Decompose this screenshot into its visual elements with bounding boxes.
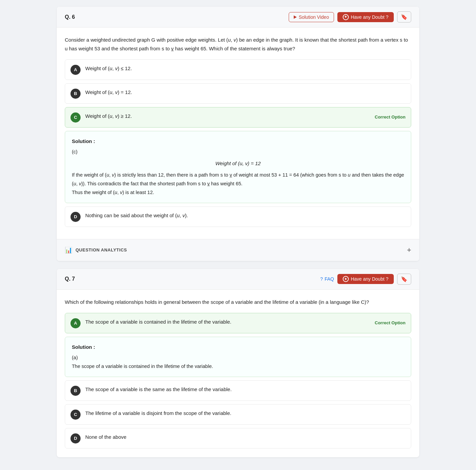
q7-option-c[interactable]: C The lifetime of a variable is disjoint…: [65, 404, 411, 425]
q6-analytics-bar[interactable]: 📊 QUESTION ANALYTICS +: [57, 239, 419, 261]
faq-button[interactable]: ? FAQ: [320, 276, 334, 282]
q7-solution-answer: (a): [72, 353, 404, 362]
bookmark-button[interactable]: 🔖: [397, 11, 411, 22]
q7-solution-content: (a) The scope of a variable is contained…: [72, 353, 404, 371]
q7-solution-body: The scope of a variable is contained in …: [72, 362, 404, 371]
q6-header: Q. 6 Solution Video ✦ Have any Doubt ? 🔖: [57, 7, 419, 28]
q6-math-line: Weight of (u, v) = 12: [72, 159, 404, 168]
doubt-label: Have any Doubt ?: [351, 14, 388, 20]
q6-header-actions: Solution Video ✦ Have any Doubt ? 🔖: [289, 11, 411, 22]
solution-video-label: Solution Video: [299, 14, 329, 20]
q7-doubt-label: Have any Doubt ?: [351, 276, 388, 282]
q7-option-b-text: The scope of a variable is the same as t…: [85, 385, 406, 393]
q7-bookmark-button[interactable]: 🔖: [397, 274, 411, 285]
q7-option-a-text: The scope of a variable is contained in …: [85, 318, 369, 326]
option-c-badge: C: [70, 112, 81, 123]
q6-body: Consider a weighted undirected graph G w…: [57, 28, 419, 236]
q7-solution-box: Solution : (a) The scope of a variable i…: [65, 337, 411, 377]
q7-option-c-text: The lifetime of a variable is disjoint f…: [85, 409, 406, 417]
option-d-badge: D: [70, 212, 81, 222]
bookmark-icon: 🔖: [401, 14, 408, 20]
q6-solution-box: Solution : (c) Weight of (u, v) = 12 If …: [65, 131, 411, 203]
q7-option-a-badge: A: [70, 318, 81, 328]
faq-label: FAQ: [325, 276, 334, 282]
doubt-icon: ✦: [343, 14, 349, 20]
option-a-badge: A: [70, 65, 81, 75]
q7-option-c-badge: C: [70, 410, 81, 420]
q6-solution-content: (c) Weight of (u, v) = 12 If the weight …: [72, 147, 404, 197]
question-6-card: Q. 6 Solution Video ✦ Have any Doubt ? 🔖…: [57, 7, 419, 261]
faq-icon: ?: [320, 276, 323, 282]
q6-option-d[interactable]: D Nothing can be said about the weight o…: [65, 206, 411, 227]
analytics-label: QUESTION ANALYTICS: [76, 247, 127, 254]
q7-have-any-doubt-button[interactable]: ✦ Have any Doubt ?: [337, 274, 394, 284]
q7-header: Q. 7 ? FAQ ✦ Have any Doubt ? 🔖: [57, 269, 419, 290]
q6-solution-body: If the weight of (u, v) is strictly less…: [72, 171, 404, 197]
q6-solution-title: Solution :: [72, 137, 404, 145]
analytics-expand-icon: +: [407, 244, 411, 256]
q7-number: Q. 7: [65, 275, 75, 283]
page-wrapper: Q. 6 Solution Video ✦ Have any Doubt ? 🔖…: [53, 0, 423, 470]
option-b-badge: B: [70, 89, 81, 99]
q7-solution-title: Solution :: [72, 343, 404, 351]
q7-option-a[interactable]: A The scope of a variable is contained i…: [65, 313, 411, 333]
option-c-text: Weight of (u, v) ≥ 12.: [85, 112, 369, 120]
q7-option-d-badge: D: [70, 433, 81, 443]
option-d-text: Nothing can be said about the weight of …: [85, 211, 406, 220]
play-icon: [294, 15, 297, 19]
option-c-correct-label: Correct Option: [369, 114, 406, 121]
q7-option-d-text: None of the above: [85, 433, 406, 441]
option-b-text: Weight of (u, v) = 12.: [85, 88, 406, 96]
q6-option-b[interactable]: B Weight of (u, v) = 12.: [65, 83, 411, 104]
q7-bookmark-icon: 🔖: [401, 276, 408, 282]
q6-question-text: Consider a weighted undirected graph G w…: [65, 36, 411, 53]
q7-question-text: Which of the following relationships hol…: [65, 298, 411, 307]
q7-option-a-correct-label: Correct Option: [369, 320, 406, 327]
solution-video-button[interactable]: Solution Video: [289, 12, 334, 22]
q6-option-c[interactable]: C Weight of (u, v) ≥ 12. Correct Option: [65, 107, 411, 128]
q7-option-b[interactable]: B The scope of a variable is the same as…: [65, 380, 411, 401]
q7-header-actions: ? FAQ ✦ Have any Doubt ? 🔖: [320, 274, 411, 285]
option-a-text: Weight of (u, v) ≤ 12.: [85, 64, 406, 73]
q6-number: Q. 6: [65, 13, 75, 21]
analytics-icon: 📊: [65, 245, 72, 255]
have-any-doubt-button[interactable]: ✦ Have any Doubt ?: [337, 12, 394, 22]
q7-body: Which of the following relationships hol…: [57, 290, 419, 458]
q6-solution-answer: (c): [72, 147, 404, 156]
q6-option-a[interactable]: A Weight of (u, v) ≤ 12.: [65, 59, 411, 80]
analytics-left: 📊 QUESTION ANALYTICS: [65, 245, 127, 255]
q7-doubt-icon: ✦: [343, 276, 349, 282]
q7-option-b-badge: B: [70, 386, 81, 396]
q7-option-d[interactable]: D None of the above: [65, 428, 411, 449]
question-7-card: Q. 7 ? FAQ ✦ Have any Doubt ? 🔖 Which of…: [57, 269, 419, 458]
